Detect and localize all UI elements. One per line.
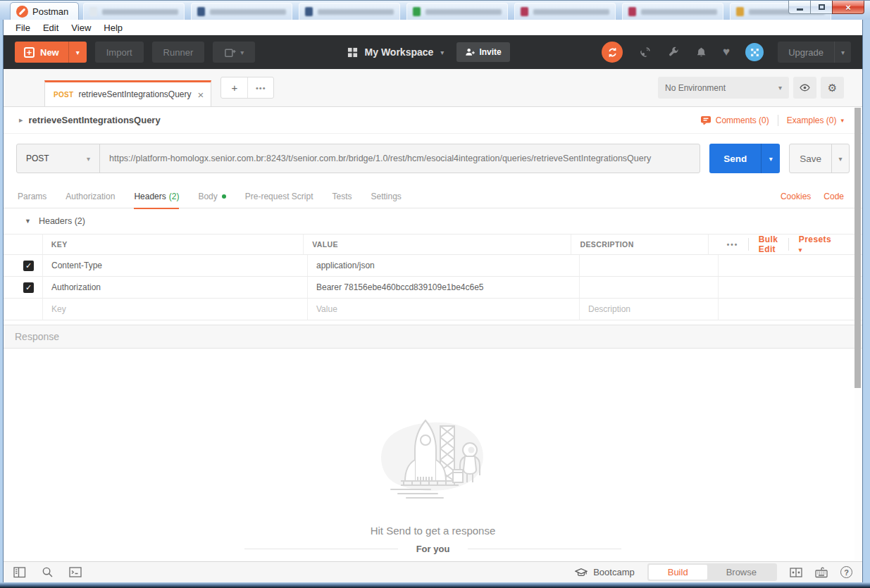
invite-person-icon (465, 47, 475, 57)
environment-selector[interactable]: No Environment ▾ (658, 77, 789, 99)
workspace-selector[interactable]: My Workspace ▾ (347, 46, 445, 58)
search-button[interactable] (42, 566, 54, 578)
request-name[interactable]: retrieveSentIntegrationsQuery (29, 115, 161, 125)
header-description[interactable] (580, 277, 719, 298)
help-button[interactable]: ? (840, 566, 852, 578)
url-bar: POST ▾ (16, 144, 700, 173)
ghost-tab[interactable] (191, 3, 292, 20)
new-dropdown-button[interactable]: ▾ (68, 42, 87, 63)
ghost-tab[interactable] (83, 3, 185, 20)
tab-body[interactable]: Body (198, 184, 225, 208)
value-placeholder[interactable]: Value (316, 304, 337, 314)
scrollbar-thumb[interactable] (855, 108, 861, 388)
ghost-tab[interactable] (514, 3, 616, 20)
checkbox-checked[interactable]: ✓ (23, 282, 34, 293)
tab-close-icon[interactable]: × (198, 89, 204, 101)
notifications-button[interactable] (695, 46, 707, 58)
examples-dropdown[interactable]: Examples (0) ▾ (787, 115, 844, 125)
header-description[interactable] (580, 255, 719, 276)
for-you-divider: For you (244, 544, 622, 554)
status-bar: Bootcamp Build Browse ? (4, 561, 862, 582)
send-button[interactable]: Send (709, 144, 761, 173)
menu-file[interactable]: File (9, 21, 37, 35)
capture-requests-button[interactable] (638, 46, 652, 59)
two-pane-view-button[interactable] (790, 568, 802, 577)
tab-params[interactable]: Params (18, 184, 46, 208)
environment-quick-look-button[interactable] (793, 77, 816, 99)
description-placeholder[interactable]: Description (588, 304, 630, 314)
for-you-label: For you (416, 544, 450, 554)
tab-headers[interactable]: Headers (2) (134, 184, 179, 208)
tab-options-button[interactable]: ••• (247, 77, 273, 98)
new-tab-button[interactable]: + (221, 77, 247, 98)
eye-icon (799, 82, 811, 94)
runner-button[interactable]: Runner (152, 42, 205, 63)
header-actions: ••• Bulk Edit Presets ▾ (709, 234, 862, 254)
rocket-launch-illustration (370, 413, 497, 503)
ghost-tab-icon (413, 7, 421, 16)
key-placeholder[interactable]: Key (51, 304, 66, 314)
caret-right-icon[interactable]: ▸ (19, 115, 23, 125)
shortcuts-button[interactable] (815, 567, 828, 578)
settings-button[interactable]: ⚙ (821, 77, 844, 99)
menu-edit[interactable]: Edit (37, 21, 65, 35)
ghost-tab[interactable] (622, 3, 723, 20)
column-key: KEY (43, 234, 304, 254)
window-title: Postman (32, 6, 68, 17)
postman-title-tab[interactable]: Postman (10, 2, 79, 20)
new-window-button[interactable]: ▾ (213, 42, 255, 63)
chevron-down-icon: ▾ (840, 117, 844, 124)
send-dropdown-button[interactable]: ▾ (761, 144, 780, 173)
cookies-link[interactable]: Cookies (781, 192, 811, 201)
response-section-bar[interactable]: Response (4, 325, 862, 349)
app-frame: File Edit View Help + New ▾ Import Runne… (3, 20, 863, 582)
tab-retrieveSentIntegrationsQuery[interactable]: POST retrieveSentIntegrationsQuery × (44, 80, 211, 106)
menu-view[interactable]: View (65, 21, 97, 35)
header-key[interactable]: Authorization (51, 282, 101, 292)
upgrade-dropdown-button[interactable]: ▾ (834, 42, 851, 63)
toggle-sidebar-button[interactable] (13, 567, 26, 578)
header-key[interactable]: Content-Type (51, 261, 102, 270)
import-button[interactable]: Import (95, 42, 144, 63)
save-dropdown-button[interactable]: ▾ (831, 144, 849, 173)
tab-authorization[interactable]: Authorization (66, 184, 115, 208)
workspace-name: My Workspace (365, 46, 434, 58)
close-button[interactable]: × (832, 1, 864, 14)
presets-dropdown[interactable]: Presets ▾ (789, 234, 841, 254)
ghost-tab[interactable] (406, 3, 508, 20)
headers-section-toggle[interactable]: ▼ Headers (2) (4, 208, 862, 234)
minimize-button[interactable] (788, 1, 811, 14)
tab-pre-request-script[interactable]: Pre-request Script (245, 184, 313, 208)
favorites-button[interactable]: ♥ (723, 45, 730, 59)
invite-button[interactable]: Invite (456, 42, 509, 62)
tab-tests[interactable]: Tests (332, 184, 352, 208)
build-tab[interactable]: Build (649, 565, 707, 580)
maximize-button[interactable] (810, 1, 833, 14)
menu-help[interactable]: Help (97, 21, 129, 35)
tab-settings[interactable]: Settings (371, 184, 402, 208)
bulk-edit-link[interactable]: Bulk Edit (749, 234, 789, 254)
new-button[interactable]: + New (15, 42, 68, 63)
header-value[interactable]: application/json (316, 261, 375, 270)
comments-link[interactable]: Comments (0) (700, 115, 769, 126)
request-tab-strip: POST retrieveSentIntegrationsQuery × + •… (4, 69, 862, 107)
upgrade-button[interactable]: Upgrade (778, 42, 834, 63)
save-button[interactable]: Save (790, 144, 831, 173)
avatar[interactable] (745, 43, 764, 61)
header-value[interactable]: Bearer 78156ebe460bccd839109e1be4c6e5 (316, 282, 484, 292)
checkbox-checked[interactable]: ✓ (23, 261, 34, 271)
browse-tab[interactable]: Browse (707, 565, 776, 580)
headers-table-header: KEY VALUE DESCRIPTION ••• Bulk Edit Pres… (4, 234, 862, 255)
interceptor-button[interactable] (667, 46, 680, 58)
ghost-tab[interactable] (299, 3, 400, 20)
method-selector[interactable]: POST ▾ (17, 144, 100, 173)
sync-status-button[interactable] (602, 42, 623, 63)
bootcamp-button[interactable]: Bootcamp (575, 567, 635, 577)
console-button[interactable] (69, 567, 82, 577)
more-options-icon[interactable]: ••• (717, 241, 749, 249)
url-input[interactable] (100, 144, 700, 173)
vertical-scrollbar[interactable] (855, 108, 861, 561)
column-value: VALUE (304, 234, 571, 254)
code-link[interactable]: Code (824, 192, 844, 201)
ghost-tab-icon (305, 7, 313, 16)
